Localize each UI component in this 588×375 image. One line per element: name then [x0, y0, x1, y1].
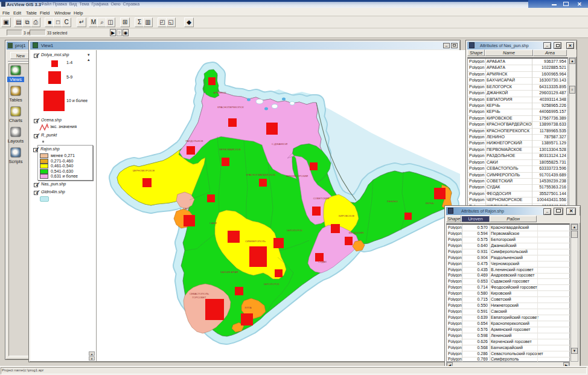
svg-text:СИМФЕРОПОЛЬ: СИМФЕРОПОЛЬ — [245, 240, 266, 243]
svg-text:С.ДЖАНКОЙ: С.ДЖАНКОЙ — [272, 143, 287, 146]
svg-text:СОВЕТСКИЙ: СОВЕТСКИЙ — [313, 197, 330, 200]
svg-text:ФЕОДОСИЯ: ФЕОДОСИЯ — [349, 231, 364, 234]
svg-text:ЧЕРНОМОРСКОЕ: ЧЕРНОМОРСКОЕ — [133, 169, 155, 172]
svg-text:БАХЧИСАРАЙ: БАХЧИСАРАЙ — [221, 271, 238, 274]
svg-text:КРАСНОПЕРЕКОПСК: КРАСНОПЕРЕКОПСК — [217, 106, 244, 109]
svg-text:РАЗДОЛЬНОЕ: РАЗДОЛЬНОЕ — [185, 139, 203, 143]
svg-text:КЕРЧЬ: КЕРЧЬ — [426, 202, 434, 205]
svg-text:КРАСНОГВАРДЕЙСКОЕ: КРАСНОГВАРДЕЙСКОЕ — [246, 173, 276, 176]
svg-text:ЛЕНИНО: ЛЕНИНО — [387, 200, 398, 203]
svg-text:БЕЛОГОРСК: БЕЛОГОРСК — [264, 283, 280, 286]
svg-text:ПЕРВОМАЙСКОЕ: ПЕРВОМАЙСКОЕ — [219, 148, 241, 151]
svg-text:СУДАК: СУДАК — [318, 260, 327, 263]
svg-text:САКИ: САКИ — [183, 207, 190, 210]
svg-text:АРМЯНСК: АРМЯНСК — [213, 91, 226, 94]
svg-text:СЕВАСТОПОЛЬ: СЕВАСТОПОЛЬ — [190, 292, 209, 295]
svg-text:ГОРСОВЕТ: ГОРСОВЕТ — [193, 296, 206, 299]
svg-text:КИРОВСКОЕ: КИРОВСКОЕ — [339, 214, 354, 217]
svg-text:ЯЛТА: ЯЛТА — [244, 306, 251, 309]
svg-text:САКИ: САКИ — [209, 222, 216, 225]
svg-text:НИЖНЕГОРСКИЙ: НИЖНЕГОРСКИЙ — [286, 175, 308, 178]
svg-text:БЕЛОГОРСК: БЕЛОГОРСК — [287, 229, 302, 232]
